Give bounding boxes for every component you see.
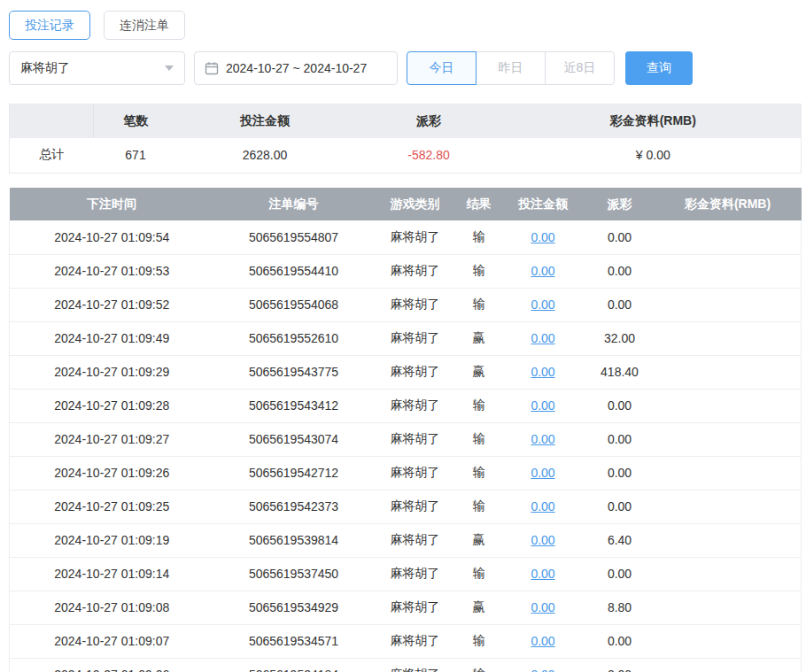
result-cell: 输 bbox=[457, 422, 501, 456]
game-type-cell: 麻将胡了 bbox=[374, 355, 457, 389]
bonus-cell bbox=[655, 490, 802, 523]
bet-amount-link[interactable]: 0.00 bbox=[531, 668, 554, 672]
bet-amount-cell: 0.00 bbox=[501, 658, 585, 672]
payout-cell: 6.40 bbox=[585, 523, 655, 557]
summary-table: 笔数 投注金额 派彩 彩金资料(RMB) 总计 671 2628.00 -582… bbox=[9, 104, 802, 174]
chevron-down-icon bbox=[165, 66, 174, 71]
payout-cell: 0.00 bbox=[585, 658, 655, 672]
bet-time-cell: 2024-10-27 01:09:07 bbox=[10, 624, 214, 658]
table-row: 2024-10-27 01:09:535065619554410麻将胡了输0.0… bbox=[10, 254, 802, 288]
summary-total-row: 总计 671 2628.00 -582.80 ¥ 0.00 bbox=[10, 138, 802, 174]
bet-amount-link[interactable]: 0.00 bbox=[531, 567, 554, 581]
tab-cancelled-orders[interactable]: 连消注单 bbox=[104, 11, 185, 40]
bet-amount-cell: 0.00 bbox=[501, 321, 585, 355]
payout-cell: 0.00 bbox=[585, 389, 655, 422]
bet-amount-link[interactable]: 0.00 bbox=[531, 297, 554, 312]
game-type-cell: 麻将胡了 bbox=[374, 456, 457, 490]
table-row: 2024-10-27 01:09:195065619539814麻将胡了赢0.0… bbox=[10, 523, 802, 557]
tab-betting-records[interactable]: 投注记录 bbox=[9, 11, 90, 40]
result-cell: 输 bbox=[457, 456, 501, 490]
table-row: 2024-10-27 01:09:085065619534929麻将胡了赢0.0… bbox=[10, 591, 802, 624]
payout-cell: 418.40 bbox=[585, 355, 655, 389]
order-id-cell: 5065619552610 bbox=[214, 321, 374, 355]
bet-amount-link[interactable]: 0.00 bbox=[531, 466, 554, 480]
bet-amount-cell: 0.00 bbox=[501, 355, 585, 389]
bonus-cell bbox=[655, 422, 802, 456]
header-bet-time: 下注时间 bbox=[10, 188, 214, 220]
quick-filter-yesterday[interactable]: 昨日 bbox=[476, 51, 546, 85]
quick-filter-last8days[interactable]: 近8日 bbox=[545, 51, 615, 85]
game-type-cell: 麻将胡了 bbox=[374, 658, 457, 672]
order-id-cell: 5065619543074 bbox=[214, 422, 374, 456]
header-payout: 派彩 bbox=[585, 188, 655, 220]
bet-amount-cell: 0.00 bbox=[501, 456, 585, 490]
result-cell: 赢 bbox=[457, 523, 501, 557]
bonus-cell bbox=[655, 591, 802, 624]
game-type-cell: 麻将胡了 bbox=[374, 321, 457, 355]
bet-amount-cell: 0.00 bbox=[501, 624, 585, 658]
order-id-cell: 5065619543775 bbox=[214, 355, 374, 389]
bet-time-cell: 2024-10-27 01:09:52 bbox=[10, 288, 214, 321]
header-game-type: 游戏类别 bbox=[374, 188, 457, 220]
payout-cell: 0.00 bbox=[585, 288, 655, 321]
bet-amount-link[interactable]: 0.00 bbox=[531, 634, 554, 648]
result-cell: 输 bbox=[457, 254, 501, 288]
bonus-cell bbox=[655, 254, 802, 288]
bet-amount-cell: 0.00 bbox=[501, 490, 585, 523]
bet-amount-link[interactable]: 0.00 bbox=[531, 432, 554, 446]
result-cell: 输 bbox=[457, 220, 501, 254]
bonus-cell bbox=[655, 220, 802, 254]
game-select[interactable]: 麻将胡了 bbox=[9, 51, 185, 85]
game-type-cell: 麻将胡了 bbox=[374, 591, 457, 624]
quick-filter-today[interactable]: 今日 bbox=[407, 51, 477, 85]
bet-time-cell: 2024-10-27 01:09:08 bbox=[10, 591, 214, 624]
bet-time-cell: 2024-10-27 01:09:54 bbox=[10, 220, 214, 254]
bet-amount-link[interactable]: 0.00 bbox=[531, 331, 554, 345]
quick-filter-group: 今日 昨日 近8日 bbox=[407, 51, 615, 85]
game-type-cell: 麻将胡了 bbox=[374, 389, 457, 422]
summary-total-label: 总计 bbox=[10, 138, 94, 174]
bet-amount-cell: 0.00 bbox=[501, 254, 585, 288]
bonus-cell bbox=[655, 658, 802, 672]
order-id-cell: 5065619542712 bbox=[214, 456, 374, 490]
bet-amount-cell: 0.00 bbox=[501, 591, 585, 624]
result-cell: 输 bbox=[457, 389, 501, 422]
summary-total-payout: -582.80 bbox=[353, 138, 506, 174]
result-cell: 输 bbox=[457, 557, 501, 591]
payout-cell: 0.00 bbox=[585, 254, 655, 288]
header-result: 结果 bbox=[457, 188, 501, 220]
query-button[interactable]: 查询 bbox=[625, 51, 693, 85]
payout-cell: 0.00 bbox=[585, 557, 655, 591]
order-id-cell: 5065619554068 bbox=[214, 288, 374, 321]
result-cell: 赢 bbox=[457, 355, 501, 389]
bet-amount-link[interactable]: 0.00 bbox=[531, 499, 554, 514]
bet-amount-link[interactable]: 0.00 bbox=[531, 230, 554, 244]
bet-amount-link[interactable]: 0.00 bbox=[531, 264, 554, 278]
bet-amount-cell: 0.00 bbox=[501, 288, 585, 321]
order-id-cell: 5065619542373 bbox=[214, 490, 374, 523]
payout-cell: 8.80 bbox=[585, 591, 655, 624]
bet-amount-cell: 0.00 bbox=[501, 557, 585, 591]
bet-records-table: 下注时间 注单编号 游戏类别 结果 投注金额 派彩 彩金资料(RMB) 2024… bbox=[9, 188, 802, 672]
bonus-cell bbox=[655, 321, 802, 355]
bet-amount-link[interactable]: 0.00 bbox=[531, 600, 554, 614]
bet-amount-cell: 0.00 bbox=[501, 523, 585, 557]
bet-amount-link[interactable]: 0.00 bbox=[531, 533, 554, 547]
bet-amount-link[interactable]: 0.00 bbox=[531, 398, 554, 413]
bet-time-cell: 2024-10-27 01:09:27 bbox=[10, 422, 214, 456]
bonus-cell bbox=[655, 288, 802, 321]
table-row: 2024-10-27 01:09:295065619543775麻将胡了赢0.0… bbox=[10, 355, 802, 389]
summary-header-bet-amount: 投注金额 bbox=[178, 104, 353, 138]
bet-time-cell: 2024-10-27 01:09:26 bbox=[10, 456, 214, 490]
bonus-cell bbox=[655, 557, 802, 591]
summary-header-row: 笔数 投注金额 派彩 彩金资料(RMB) bbox=[10, 104, 802, 138]
date-range-picker[interactable]: 2024-10-27 ~ 2024-10-27 bbox=[194, 51, 398, 85]
result-cell: 输 bbox=[457, 624, 501, 658]
bet-time-cell: 2024-10-27 01:09:06 bbox=[10, 658, 214, 672]
bet-amount-cell: 0.00 bbox=[501, 389, 585, 422]
result-cell: 输 bbox=[457, 288, 501, 321]
game-type-cell: 麻将胡了 bbox=[374, 490, 457, 523]
bet-amount-link[interactable]: 0.00 bbox=[531, 365, 554, 379]
table-row: 2024-10-27 01:09:285065619543412麻将胡了输0.0… bbox=[10, 389, 802, 422]
table-row: 2024-10-27 01:09:265065619542712麻将胡了输0.0… bbox=[10, 456, 802, 490]
